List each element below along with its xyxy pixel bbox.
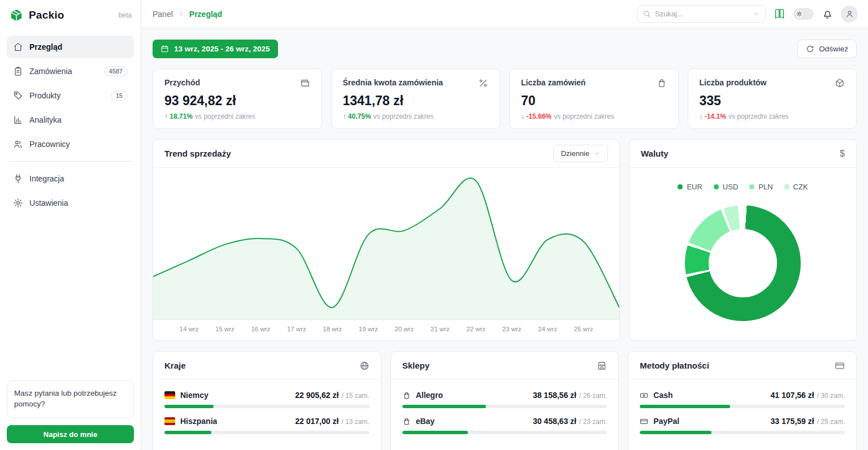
sidebar-item-produkty[interactable]: Produkty 15 [7, 84, 134, 107]
legend-item-czk[interactable]: CZK [784, 183, 808, 191]
sidebar-item-label: Integracja [29, 174, 64, 183]
user-avatar[interactable] [841, 6, 858, 23]
storefront-icon [597, 361, 607, 371]
topbar: Panel Przegląd [141, 0, 868, 28]
payment-methods-card: Metody płatności Cash 41 107,56 [628, 351, 857, 450]
legend-item-eur[interactable]: EUR [678, 183, 702, 191]
legend-dot [749, 184, 754, 189]
chevron-right-icon [177, 10, 185, 18]
search-input[interactable] [655, 10, 749, 18]
stat-title: Przychód [164, 78, 200, 87]
country-orders: / 13 zam. [341, 418, 369, 426]
refresh-label: Odśwież [819, 45, 848, 53]
orders-count-badge: 4587 [104, 66, 128, 76]
stat-change: ↓ -14.1% vs poprzedni zakres [700, 112, 845, 120]
refresh-button[interactable]: Odśwież [797, 40, 857, 58]
currencies-title: Waluty [641, 149, 669, 158]
shopping-bag-icon [657, 78, 667, 88]
country-revenue: 22 905,62 zł [295, 391, 338, 400]
legend-label: CZK [793, 183, 808, 191]
logo-row: Packio beta [0, 0, 141, 29]
stat-change: ↑ 18.71% vs poprzedni zakres [164, 112, 310, 120]
country-orders: / 15 zam. [341, 392, 369, 400]
legend-item-pln[interactable]: PLN [749, 183, 772, 191]
shop-orders: / 23 zam. [579, 418, 607, 426]
topbar-actions [637, 5, 858, 23]
spain-flag-icon [164, 417, 175, 425]
breadcrumb-panel[interactable]: Panel [153, 10, 173, 19]
bottom-row: Kraje Niemcy 22 905,62 zł [153, 351, 857, 450]
x-tick-label: 24 wrz [538, 326, 557, 332]
down-arrow-icon: ↓ [521, 112, 524, 120]
sidebar-item-zamowienia[interactable]: Zamówienia 4587 [7, 60, 134, 83]
payment-orders: / 30 zam. [817, 392, 845, 400]
date-range-button[interactable]: 13 wrz, 2025 - 26 wrz, 2025 [153, 40, 278, 58]
x-tick-label: 25 wrz [574, 326, 593, 332]
banknote-icon [640, 391, 648, 400]
up-arrow-icon: ↑ [343, 112, 346, 120]
gear-icon [13, 198, 23, 208]
globe-icon [359, 361, 370, 371]
stat-change: ↑ 40.75% vs poprzedni zakres [343, 112, 489, 120]
contact-button[interactable]: Napisz do mnie [7, 425, 134, 443]
down-arrow-icon: ↓ [700, 112, 703, 120]
payment-row-paypal: PayPal 33 175,59 zł / 25 zam. [640, 417, 845, 434]
stat-card-avg-order: Średnia kwota zamówienia 1341,78 zł ↑ 40… [331, 68, 501, 129]
sidebar: Packio beta Przegląd Zamówienia 4587 Pro… [0, 0, 141, 450]
change-suffix: vs poprzedni zakres [728, 112, 789, 120]
shop-revenue: 30 458,63 zł [533, 417, 576, 426]
nav-divider [9, 161, 132, 162]
dashboard-content: 13 wrz, 2025 - 26 wrz, 2025 Odśwież Przy… [141, 28, 868, 450]
shopping-bag-icon [402, 391, 411, 400]
progress-fill [640, 405, 730, 408]
stat-change: ↓ -15.66% vs poprzedni zakres [521, 112, 667, 120]
breadcrumb: Panel Przegląd [153, 10, 222, 19]
search-box[interactable] [637, 5, 766, 23]
stat-card-order-count: Liczba zamówień 70 ↓ -15.66% vs poprzedn… [509, 68, 679, 129]
currency-donut-chart [630, 191, 856, 340]
sidebar-item-integracja[interactable]: Integracja [7, 167, 134, 190]
stat-value: 93 924,82 zł [164, 93, 310, 109]
sidebar-item-ustawienia[interactable]: Ustawienia [7, 192, 134, 214]
trend-x-axis: 14 wrz15 wrz16 wrz17 wrz18 wrz19 wrz20 w… [153, 319, 619, 340]
up-arrow-icon: ↑ [164, 112, 168, 120]
beta-badge: beta [119, 11, 132, 19]
legend-label: PLN [758, 183, 772, 191]
breadcrumb-current[interactable]: Przegląd [189, 10, 222, 19]
stat-card-product-count: Liczba produktów 335 ↓ -14.1% vs poprzed… [688, 68, 857, 129]
payment-name: Cash [653, 391, 672, 400]
stat-title: Liczba zamówień [521, 78, 585, 87]
sidebar-item-label: Pracownicy [29, 140, 70, 149]
legend-item-usd[interactable]: USD [714, 183, 738, 191]
shop-row-allegro: Allegro 38 158,56 zł / 26 zam. [402, 391, 607, 408]
shops-card: Sklepy Allegro 38 158,56 zł [390, 351, 619, 450]
sales-trend-chart [153, 168, 619, 319]
country-row-spain: Hiszpania 22 017,00 zł / 13 zam. [164, 417, 370, 434]
stat-title: Liczba produktów [700, 78, 767, 87]
sidebar-nav: Przegląd Zamówienia 4587 Produkty 15 Ana… [0, 29, 141, 374]
chevron-down-icon[interactable] [753, 10, 760, 18]
shops-title: Sklepy [402, 361, 429, 370]
stats-grid: Przychód 93 924,82 zł ↑ 18.71% vs poprze… [153, 68, 857, 129]
period-select[interactable]: Dziennie [553, 145, 608, 162]
country-name: Niemcy [180, 391, 209, 400]
payments-title: Metody płatności [640, 361, 709, 370]
change-suffix: vs poprzedni zakres [374, 112, 434, 120]
sidebar-item-analityka[interactable]: Analityka [7, 109, 134, 131]
bell-icon[interactable] [822, 8, 833, 20]
sidebar-item-przeglad[interactable]: Przegląd [7, 36, 134, 58]
trend-title: Trend sprzedaży [164, 149, 231, 158]
legend-label: EUR [687, 183, 702, 191]
app-root: Packio beta Przegląd Zamówienia 4587 Pro… [0, 0, 868, 450]
docs-icon[interactable] [774, 8, 785, 20]
x-tick-label: 22 wrz [466, 326, 485, 332]
progress-fill [402, 431, 468, 434]
credit-card-icon [835, 361, 845, 371]
progress-track [640, 431, 845, 434]
x-tick-label: 14 wrz [180, 326, 199, 332]
x-tick-label: 20 wrz [394, 326, 414, 332]
shop-row-ebay: eBay 30 458,63 zł / 23 zam. [402, 417, 607, 434]
theme-toggle[interactable] [793, 8, 814, 20]
sidebar-item-pracownicy[interactable]: Pracownicy [7, 133, 134, 155]
progress-fill [164, 405, 214, 408]
